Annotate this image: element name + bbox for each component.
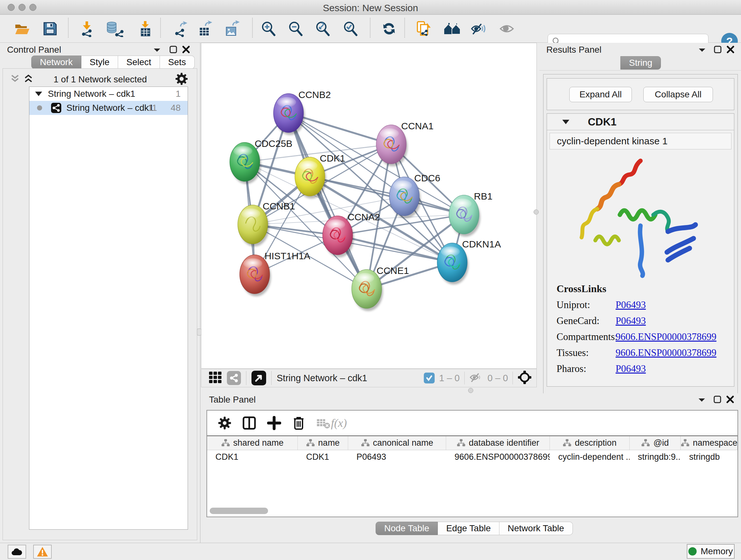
node-label-HIST1H1A: HIST1H1A <box>265 251 310 261</box>
tab-edge-table[interactable]: Edge Table <box>438 522 499 535</box>
crosslink-link[interactable]: 9606.ENSP00000378699 <box>616 331 717 343</box>
crosslink-label: Uniprot: <box>556 299 616 311</box>
table-panel-collapse-icon[interactable] <box>697 396 706 405</box>
column-header-label: database identifier <box>469 438 539 448</box>
node-label-CCNE1: CCNE1 <box>377 265 409 276</box>
apply-preferred-layout-icon[interactable] <box>381 20 397 37</box>
network-collection-row[interactable]: String Network – cdk1 1 <box>29 87 188 101</box>
zoom-out-icon[interactable] <box>288 20 304 37</box>
selected-checkbox-icon[interactable] <box>424 373 434 383</box>
cell-shared-name: CDK1 <box>207 450 298 464</box>
cell--id: stringdb:9... <box>630 450 681 464</box>
table-panel-close-icon[interactable] <box>726 395 734 405</box>
control-panel: Control Panel Network Style Select Sets … <box>0 43 200 543</box>
toolbar-separator <box>68 18 69 38</box>
column-header-canonical-name[interactable]: canonical name <box>348 436 446 450</box>
splitter-handle-right[interactable] <box>534 209 539 214</box>
export-table-icon[interactable] <box>197 20 213 37</box>
results-panel-close-icon[interactable] <box>726 45 735 55</box>
hide-selected-icon[interactable] <box>470 20 486 37</box>
panel-splitter-handle[interactable] <box>197 328 201 335</box>
network-edge-CDK1-RB1[interactable] <box>310 177 464 214</box>
network-panel-gear-icon[interactable] <box>175 72 188 86</box>
results-panel-float-icon[interactable] <box>714 45 722 55</box>
cloud-status-button[interactable] <box>8 545 26 559</box>
column-header-shared-name[interactable]: shared name <box>207 436 298 450</box>
zoom-fit-content-icon[interactable] <box>315 20 331 37</box>
expand-all-button[interactable]: Expand All <box>569 87 632 102</box>
table-panel-float-icon[interactable] <box>713 395 722 405</box>
import-network-from-database-icon[interactable] <box>105 20 124 37</box>
column-header--id[interactable]: @id <box>630 436 681 450</box>
string-home-icon[interactable] <box>443 20 461 37</box>
network-edge-CCNB2-CCNE1[interactable] <box>288 113 367 289</box>
crosslink-row: Tissues:9606.ENSP00000378699 <box>556 347 734 359</box>
import-network-from-file-icon[interactable] <box>79 20 95 37</box>
table-settings-gear-icon[interactable] <box>218 416 231 430</box>
table-toolbar: f(x) <box>207 411 738 435</box>
column-header-name[interactable]: name <box>298 436 348 450</box>
save-session-icon[interactable] <box>42 20 58 37</box>
cloud-icon <box>11 547 23 557</box>
network-row-selected[interactable]: String Network – cdk1 11 48 <box>29 101 188 115</box>
tab-sets[interactable]: Sets <box>160 56 195 69</box>
crosslink-row: Uniprot:P06493 <box>556 299 734 311</box>
network-tree: String Network – cdk1 1 String Network –… <box>29 86 188 530</box>
tab-string[interactable]: String <box>620 56 661 70</box>
current-network-indicator <box>37 105 42 111</box>
tab-node-table[interactable]: Node Table <box>376 522 438 535</box>
collapse-all-button[interactable]: Collapse All <box>643 87 713 102</box>
table-row[interactable]: CDK1CDK1P064939606.ENSP00000378699cyclin… <box>207 450 738 464</box>
crosslink-link[interactable]: 9606.ENSP00000378699 <box>616 347 717 359</box>
delete-column-icon[interactable] <box>292 416 306 430</box>
gene-description: cyclin-dependent kinase 1 <box>549 133 731 149</box>
birds-eye-view-icon[interactable] <box>252 371 266 385</box>
table-horizontal-scrollbar[interactable] <box>210 508 268 514</box>
protein-structure-image <box>547 152 734 281</box>
collection-expand-icon[interactable] <box>35 91 42 96</box>
memory-status-icon <box>688 547 697 556</box>
control-panel-collapse-icon[interactable] <box>152 47 161 55</box>
export-network-icon[interactable] <box>173 20 189 37</box>
tab-style[interactable]: Style <box>81 56 118 69</box>
memory-button[interactable]: Memory <box>687 544 735 559</box>
collapse-entry-icon[interactable] <box>562 120 569 124</box>
open-session-icon[interactable] <box>14 20 30 37</box>
results-panel-collapse-icon[interactable] <box>697 47 706 55</box>
column-header-description[interactable]: description <box>550 436 629 450</box>
crosslink-link[interactable]: P06493 <box>616 299 646 311</box>
app-window: Session: New Session <box>0 0 741 560</box>
crosslink-link[interactable]: P06493 <box>616 363 646 374</box>
window-title: Session: New Session <box>0 3 741 13</box>
show-all-icon[interactable] <box>499 20 515 37</box>
splitter-handle-bottom[interactable] <box>468 388 473 393</box>
add-column-icon[interactable] <box>267 416 281 430</box>
column-header-namespace[interactable]: namespace <box>681 436 738 450</box>
export-image-icon[interactable] <box>224 20 240 37</box>
function-builder-disabled: f(x) <box>331 416 347 430</box>
network-type-icon <box>51 103 61 113</box>
grid-view-icon[interactable] <box>208 370 222 386</box>
tab-select[interactable]: Select <box>118 56 160 69</box>
duplicate-network-icon[interactable] <box>415 20 431 37</box>
import-table-from-file-icon[interactable] <box>137 20 153 37</box>
column-header-database-identifier[interactable]: database identifier <box>446 436 550 450</box>
network-view-icon[interactable] <box>227 371 241 385</box>
results-panel: Results Panel String Expand All Collapse… <box>539 43 741 393</box>
fit-selected-crosshair-icon[interactable] <box>517 370 532 386</box>
tab-network-table[interactable]: Network Table <box>499 522 573 535</box>
crosslink-link[interactable]: P06493 <box>616 315 646 327</box>
node-result-header[interactable]: CDK1 <box>547 114 734 130</box>
hidden-eye-icon[interactable] <box>469 371 483 385</box>
network-view-toolbar: String Network – cdk1 1 – 0 0 – 0 <box>201 369 537 387</box>
control-panel-close-icon[interactable] <box>182 45 190 55</box>
network-canvas[interactable]: CCNB2CCNA1CDC25BCDK1CDC6RB1CCNB1CCNA2CDK… <box>201 43 537 369</box>
tab-network[interactable]: Network <box>31 56 81 69</box>
warnings-button[interactable] <box>33 545 52 559</box>
control-panel-float-icon[interactable] <box>169 45 178 55</box>
show-columns-icon[interactable] <box>242 416 256 430</box>
node-label-CCNA2: CCNA2 <box>347 212 380 222</box>
zoom-in-icon[interactable] <box>261 20 277 37</box>
zoom-selected-icon[interactable] <box>343 20 359 37</box>
crosslinks-list: Uniprot:P06493GeneCard:P06493Compartment… <box>547 299 734 374</box>
